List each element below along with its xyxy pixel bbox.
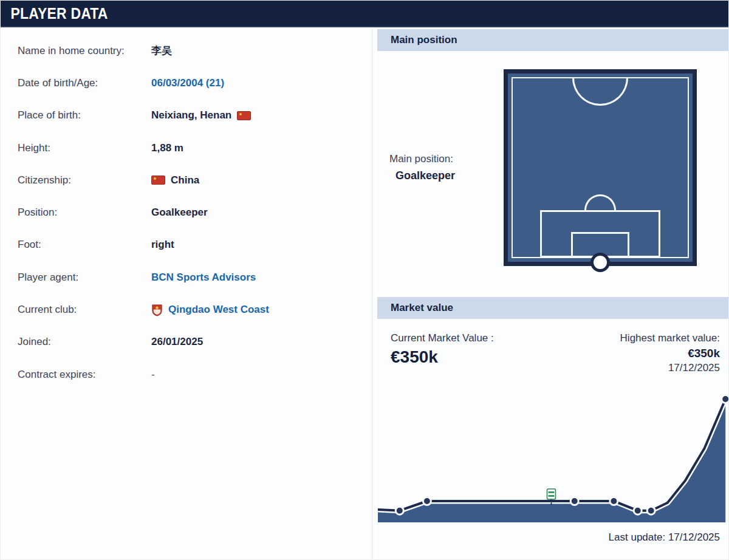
current-market-value-label: Current Market Value : — [391, 332, 494, 344]
chart-data-point — [570, 497, 578, 505]
row-name-home-country: Name in home country: 李吴 — [1, 35, 372, 67]
highest-market-value-block: Highest market value: €350k 17/12/2025 — [620, 332, 720, 374]
citizenship-text: China — [171, 174, 199, 186]
place-of-birth-text: Neixiang, Henan — [151, 109, 231, 121]
row-value: right — [151, 239, 174, 251]
current-market-value: €350k — [391, 347, 494, 367]
row-player-agent: Player agent: BCN Sports Advisors — [1, 261, 372, 293]
row-label: Joined: — [18, 336, 151, 348]
page-title: PLAYER DATA — [1, 5, 108, 22]
current-market-value-block: Current Market Value : €350k — [391, 332, 494, 367]
row-value: 1,88 m — [151, 142, 183, 154]
row-value: China — [151, 174, 199, 186]
row-label: Position: — [18, 207, 151, 219]
highest-market-value: €350k — [620, 347, 720, 360]
row-label: Height: — [18, 142, 151, 154]
chart-data-point — [610, 497, 618, 505]
goalkeeper-position-marker — [590, 253, 610, 272]
row-position: Position: Goalkeeper — [1, 196, 372, 228]
row-value: Neixiang, Henan — [151, 109, 251, 121]
row-label: Citizenship: — [18, 174, 151, 186]
main-position-value: Goalkeeper — [395, 169, 455, 182]
chart-data-point — [423, 497, 431, 505]
main-position-panel-header: Main position — [377, 29, 729, 51]
club-crest-icon — [151, 304, 163, 316]
chart-data-point — [395, 507, 403, 514]
pitch-graphic — [504, 69, 697, 266]
player-data-page: PLAYER DATA Name in home country: 李吴 Dat… — [0, 0, 729, 560]
row-label: Player agent: — [18, 271, 151, 284]
market-value-panel-header: Market value — [377, 297, 729, 319]
row-label: Place of birth: — [18, 109, 151, 121]
row-height: Height: 1,88 m — [1, 132, 372, 164]
row-foot: Foot: right — [1, 229, 372, 261]
row-label: Contract expires: — [18, 369, 151, 381]
player-info-rows: Name in home country: 李吴 Date of birth/A… — [1, 29, 372, 391]
main-position-label-block: Main position: Goalkeeper — [389, 153, 455, 182]
china-flag-icon — [151, 176, 165, 185]
right-column: Main position Main position: Goalkeeper … — [377, 27, 729, 560]
market-value-panel-body: Current Market Value : €350k Highest mar… — [377, 319, 729, 560]
date-of-birth-link[interactable]: 06/03/2004 (21) — [151, 77, 224, 89]
player-agent-link[interactable]: BCN Sports Advisors — [151, 271, 256, 284]
row-current-club: Current club: Qingdao West Coast — [1, 293, 372, 326]
row-place-of-birth: Place of birth: Neixiang, Henan — [1, 100, 372, 132]
market-value-chart — [378, 382, 729, 525]
chart-data-point — [722, 395, 729, 403]
main-position-label: Main position: — [389, 153, 455, 165]
page-header-bar: PLAYER DATA — [1, 1, 729, 27]
row-value: - — [151, 369, 155, 381]
row-label: Name in home country: — [18, 45, 151, 57]
chart-data-point — [647, 507, 655, 514]
last-update-text: Last update: 17/12/2025 — [609, 531, 720, 544]
main-position-panel-body: Main position: Goalkeeper — [377, 51, 729, 295]
row-joined: Joined: 26/01/2025 — [1, 326, 372, 358]
row-date-of-birth: Date of birth/Age: 06/03/2004 (21) — [1, 67, 372, 99]
player-info-panel: Name in home country: 李吴 Date of birth/A… — [1, 29, 372, 560]
row-value: Goalkeeper — [151, 207, 208, 219]
current-club-link[interactable]: Qingdao West Coast — [151, 304, 269, 316]
row-citizenship: Citizenship: China — [1, 164, 372, 196]
highest-market-value-label: Highest market value: — [620, 332, 720, 344]
row-value: 李吴 — [151, 44, 172, 58]
market-value-chart-container — [378, 382, 729, 525]
current-club-text: Qingdao West Coast — [168, 304, 269, 316]
row-label: Date of birth/Age: — [18, 77, 151, 89]
china-flag-icon — [237, 111, 251, 120]
row-label: Foot: — [18, 239, 151, 251]
row-value: 26/01/2025 — [151, 336, 203, 348]
row-label: Current club: — [18, 304, 151, 316]
row-contract-expires: Contract expires: - — [1, 358, 372, 391]
highest-market-value-date: 17/12/2025 — [620, 362, 720, 374]
chart-data-point — [634, 507, 642, 514]
